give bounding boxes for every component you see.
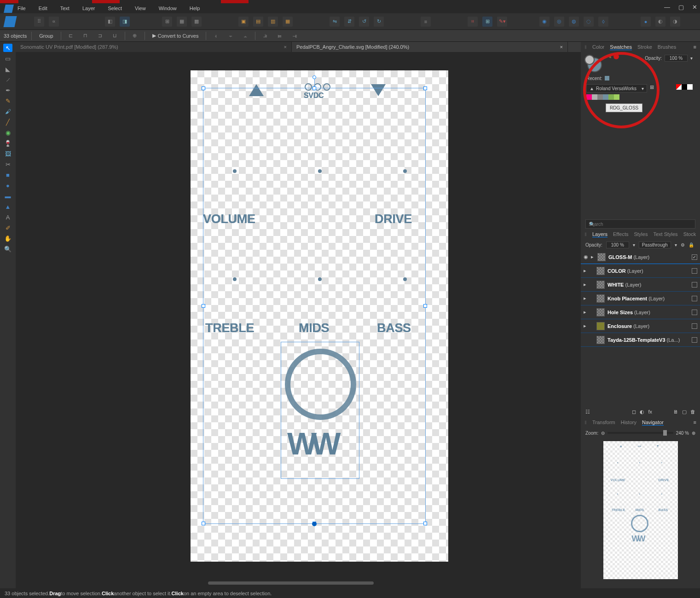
navigator-preview[interactable]: ▲ ••• ▼ ••• VOLUME DRIVE ••• TREBLE MIDS… (603, 441, 678, 579)
text-tool[interactable]: A (3, 213, 12, 221)
halign-c-icon[interactable]: ⫟ (226, 31, 236, 41)
layer-row-white[interactable]: ▸ WHITE (Layer) (581, 278, 700, 292)
panel-menu-icon[interactable]: ≡ (694, 44, 696, 50)
resize-handle[interactable] (202, 86, 205, 90)
zoom-out-icon[interactable]: ⊖ (601, 431, 605, 436)
layer-row-gloss-m[interactable]: ◉ ▸ GLOSS-M (Layer) (581, 250, 700, 264)
snap-grid-icon[interactable]: ⊞ (482, 17, 492, 27)
layers-stack-icon[interactable]: ☷ (585, 409, 590, 415)
snap-marquee-icon[interactable]: ⊞ (162, 17, 172, 27)
eyedropper-icon[interactable]: ✎ (607, 54, 612, 60)
bool-divide-icon[interactable]: ◊ (598, 17, 608, 27)
menu-edit[interactable]: Edit (39, 6, 47, 11)
insert-behind-icon[interactable]: ● (641, 17, 651, 27)
eyedropper-tool[interactable]: ✐ (3, 224, 12, 232)
resize-handle[interactable] (312, 86, 316, 90)
valign-t-icon[interactable]: ⫡ (260, 31, 270, 41)
align-c-icon[interactable]: ⊓ (81, 31, 91, 41)
current-fill-swatch[interactable] (587, 58, 602, 72)
layer-opacity-value[interactable]: 100 % (606, 242, 629, 248)
layer-checkbox[interactable] (692, 323, 697, 329)
palette-selector[interactable]: ▲ Roland VersaWorks ▾ (586, 84, 647, 92)
menu-select[interactable]: Select (108, 6, 122, 11)
brush-tool[interactable]: 🖌 (3, 107, 12, 115)
menu-view[interactable]: View (135, 6, 146, 11)
resize-handle[interactable] (202, 522, 205, 525)
minimize-button[interactable]: — (664, 4, 670, 11)
doc-tab-angry-charlie[interactable]: PedalPCB_Angry_Charlie.svg [Modified] (2… (292, 42, 568, 52)
snap-toggle-icon[interactable]: ⌗ (468, 17, 478, 27)
group-button[interactable]: Group (36, 32, 56, 40)
layer-checkbox[interactable] (692, 282, 697, 288)
tab-brushes[interactable]: Brushes (658, 44, 676, 50)
fx-icon[interactable]: fx (648, 409, 652, 414)
recent-swatch[interactable] (605, 76, 609, 80)
convert-curves-button[interactable]: ▶ Convert to Curves (150, 32, 202, 40)
tab-swatches[interactable]: Swatches (610, 44, 632, 50)
bool-sub-icon[interactable]: ◎ (554, 17, 564, 27)
swatch[interactable] (592, 94, 597, 100)
link-icon[interactable]: ∝ (49, 17, 59, 27)
arrange-back-icon[interactable]: ▣ (238, 17, 249, 27)
layer-checkbox[interactable] (692, 337, 697, 343)
black-swatch[interactable] (682, 84, 687, 90)
add-pixel-icon[interactable]: ▢ (682, 409, 687, 415)
swatch[interactable] (608, 94, 614, 100)
maximize-button[interactable]: ▢ (678, 4, 684, 11)
swatch[interactable] (614, 94, 619, 100)
opacity-value[interactable]: 100 % (665, 55, 688, 62)
tab-navigator[interactable]: Navigator (642, 420, 664, 426)
close-tab-icon[interactable]: × (284, 44, 287, 50)
close-button[interactable]: ✕ (692, 4, 697, 11)
zoom-in-icon[interactable]: ⊕ (692, 431, 695, 436)
transform-origin-icon[interactable]: ⊕ (130, 31, 140, 41)
resize-handle[interactable] (423, 304, 427, 308)
scroll-thumb[interactable] (208, 581, 374, 585)
layer-checkbox[interactable] (692, 296, 697, 301)
dropdown-icon[interactable]: ▾ (690, 56, 693, 61)
align-t-icon[interactable]: ⊔ (110, 31, 120, 41)
resize-handle[interactable] (202, 304, 205, 308)
menu-help[interactable]: Help (190, 6, 200, 11)
place-tool[interactable]: 🖼 (3, 150, 12, 158)
arrange-backward-icon[interactable]: ▤ (253, 17, 263, 27)
center-handle[interactable] (312, 522, 317, 526)
layer-row-enclosure[interactable]: ▸ Enclosure (Layer) (581, 319, 700, 333)
search-input[interactable] (585, 219, 695, 229)
doc-tab-sonomatic[interactable]: Sonomatic UV Print.pdf [Modified] (287.9… (16, 42, 292, 52)
canvas[interactable]: SVDC VOLUME DRIVE TREBLE MIDS BASS WW (16, 52, 581, 588)
resize-handle[interactable] (423, 86, 427, 90)
snap-options-icon[interactable]: ✎▾ (497, 17, 507, 27)
visibility-icon[interactable]: ◉ (584, 254, 588, 260)
crop-tool[interactable]: ✂ (3, 160, 12, 168)
white-swatch[interactable] (687, 84, 693, 90)
resize-handle[interactable] (423, 522, 427, 525)
zoom-value[interactable]: 240 % (676, 431, 689, 436)
tab-stroke[interactable]: Stroke (637, 44, 652, 50)
tab-stock[interactable]: Stock (683, 231, 696, 237)
rotate-ccw-icon[interactable]: ↺ (359, 17, 369, 27)
pen-tool[interactable]: ✒ (3, 86, 12, 94)
arrange-forward-icon[interactable]: ▥ (268, 17, 278, 27)
menu-file[interactable]: File (17, 6, 26, 11)
halign-l-icon[interactable]: ⫞ (211, 31, 221, 41)
align-r-icon[interactable]: ⊐ (95, 31, 105, 41)
artboard-tool[interactable]: ▭ (3, 54, 12, 63)
move-tool[interactable]: ↖ (3, 44, 12, 52)
hand-tool[interactable]: ✋ (3, 234, 12, 242)
layer-checkbox[interactable] (692, 254, 697, 260)
rectangle-tool[interactable]: ■ (3, 171, 12, 179)
layer-row-hole[interactable]: ▸ Hole Sizes (Layer) (581, 305, 700, 319)
layer-checkbox[interactable] (692, 268, 697, 274)
rounded-rect-tool[interactable]: ▬ (3, 192, 12, 200)
rotate-cw-icon[interactable]: ↻ (374, 17, 384, 27)
corner-tool[interactable]: ⟋ (3, 75, 12, 84)
bool-xor-icon[interactable]: ◌ (584, 17, 594, 27)
tab-color[interactable]: Color (592, 44, 604, 50)
valign-m-icon[interactable]: ⫢ (275, 31, 285, 41)
zoom-slider[interactable] (607, 432, 673, 434)
menu-layer[interactable]: Layer (82, 6, 95, 11)
snap-bounds-icon[interactable]: ▦ (177, 17, 187, 27)
mask-icon[interactable]: ◻ (632, 409, 636, 415)
tab-layers[interactable]: Layers (592, 231, 607, 237)
